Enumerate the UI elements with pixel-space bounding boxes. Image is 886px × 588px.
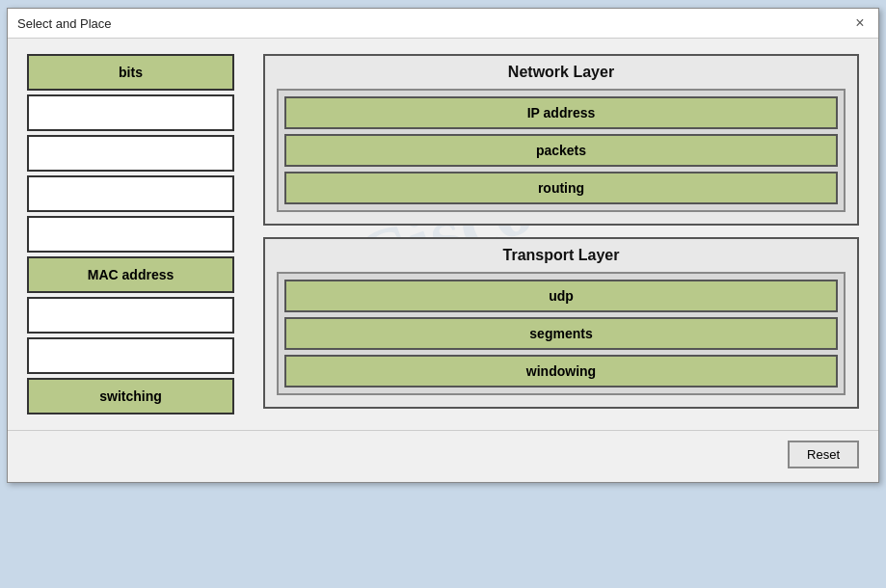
category-item-network-layer-0[interactable]: IP address: [284, 96, 838, 129]
close-button[interactable]: ×: [851, 14, 869, 32]
category-items-network-layer: IP addresspacketsrouting: [277, 89, 846, 212]
main-window: Select and Place × Cisco bitsMAC address…: [7, 8, 879, 483]
item-mac[interactable]: MAC address: [27, 256, 234, 293]
item-empty3[interactable]: [27, 175, 234, 212]
category-title-transport-layer: Transport Layer: [277, 247, 846, 264]
category-item-transport-layer-0[interactable]: udp: [284, 280, 838, 312]
category-transport-layer: Transport Layerudpsegmentswindowing: [263, 237, 859, 409]
item-empty6[interactable]: [27, 337, 234, 374]
category-items-transport-layer: udpsegmentswindowing: [277, 272, 846, 395]
reset-button[interactable]: Reset: [788, 441, 859, 468]
item-switching[interactable]: switching: [27, 378, 234, 414]
item-empty5[interactable]: [27, 297, 234, 334]
title-bar: Select and Place ×: [8, 9, 878, 39]
content-area: bitsMAC addressswitching Network LayerIP…: [27, 54, 859, 414]
left-column: bitsMAC addressswitching: [27, 54, 234, 414]
item-bits[interactable]: bits: [27, 54, 234, 91]
right-column: Network LayerIP addresspacketsroutingTra…: [263, 54, 859, 414]
category-item-transport-layer-2[interactable]: windowing: [284, 355, 838, 388]
item-empty2[interactable]: [27, 135, 234, 172]
footer: Reset: [8, 430, 878, 482]
item-empty4[interactable]: [27, 216, 234, 253]
category-item-network-layer-2[interactable]: routing: [284, 172, 838, 204]
category-network-layer: Network LayerIP addresspacketsrouting: [263, 54, 859, 226]
item-empty1[interactable]: [27, 94, 234, 131]
category-title-network-layer: Network Layer: [277, 64, 846, 81]
window-title: Select and Place: [17, 16, 112, 31]
category-item-transport-layer-1[interactable]: segments: [284, 317, 838, 350]
window-body: Cisco bitsMAC addressswitching Network L…: [8, 39, 878, 430]
category-item-network-layer-1[interactable]: packets: [284, 134, 838, 167]
